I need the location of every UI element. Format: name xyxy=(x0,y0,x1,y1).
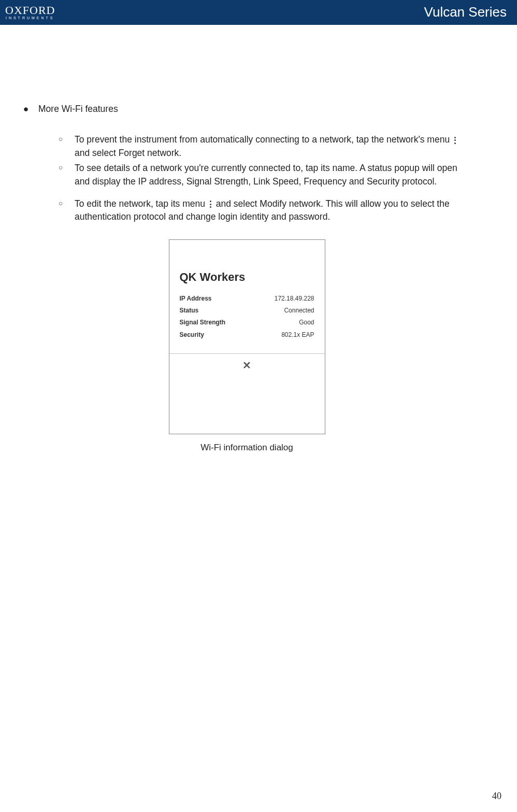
popup-row: Security 802.1x EAP xyxy=(180,329,314,341)
subbullet-marker: ○ xyxy=(57,197,64,224)
popup-details: IP Address 172.18.49.228 Status Connecte… xyxy=(169,293,325,354)
logo-box: OXFORD INSTRUMENTS xyxy=(3,2,57,23)
subbullet-item: ○ To edit the network, tap its menu and … xyxy=(21,197,473,224)
popup-value: Good xyxy=(299,318,314,327)
close-icon[interactable]: ✕ xyxy=(242,360,251,371)
figure-caption: Wi-Fi information dialog xyxy=(200,441,293,454)
vertical-dots-menu-icon xyxy=(210,200,211,209)
popup-padding xyxy=(169,240,325,269)
subbullet-item: ○ To see details of a network you're cur… xyxy=(21,162,473,188)
popup-row: Status Connected xyxy=(180,305,314,317)
logo-text-top: OXFORD xyxy=(5,5,55,16)
text-segment: and select Forget network. xyxy=(75,148,181,158)
page-number: 40 xyxy=(492,791,501,802)
logo: OXFORD INSTRUMENTS xyxy=(0,0,60,25)
popup-value: Connected xyxy=(284,306,314,315)
popup-value: 802.1x EAP xyxy=(281,331,314,339)
popup-label: Status xyxy=(180,306,199,315)
wifi-status-popup: QK Workers IP Address 172.18.49.228 Stat… xyxy=(169,239,325,434)
popup-row: IP Address 172.18.49.228 xyxy=(180,293,314,305)
page-body: ● More Wi-Fi features ○ To prevent the i… xyxy=(0,25,517,454)
subbullet-text: To prevent the instrument from automatic… xyxy=(75,133,473,160)
bullet-item: ● More Wi-Fi features xyxy=(21,103,473,116)
popup-label: Signal Strength xyxy=(180,318,226,327)
popup-value: 172.18.49.228 xyxy=(275,294,314,303)
logo-text-bottom: INSTRUMENTS xyxy=(6,16,55,20)
figure: QK Workers IP Address 172.18.49.228 Stat… xyxy=(21,239,473,454)
popup-close-row: ✕ xyxy=(169,354,325,377)
popup-label: IP Address xyxy=(180,294,212,303)
page-header: OXFORD INSTRUMENTS Vulcan Series xyxy=(0,0,517,25)
bullet-marker: ● xyxy=(23,103,29,116)
popup-title: QK Workers xyxy=(169,269,325,293)
subbullet-marker: ○ xyxy=(57,133,64,160)
text-segment: To edit the network, tap its menu xyxy=(75,198,205,209)
popup-row: Signal Strength Good xyxy=(180,317,314,329)
header-title: Vulcan Series xyxy=(424,0,517,25)
subbullet-text: To see details of a network you're curre… xyxy=(75,162,473,188)
subbullet-item: ○ To prevent the instrument from automat… xyxy=(21,133,473,160)
popup-padding xyxy=(169,377,325,434)
popup-label: Security xyxy=(180,331,204,339)
subbullet-marker: ○ xyxy=(57,162,64,188)
vertical-dots-menu-icon xyxy=(454,136,456,145)
subbullet-text: To edit the network, tap its menu and se… xyxy=(75,197,473,224)
bullet-text: More Wi-Fi features xyxy=(38,103,118,116)
text-segment: To prevent the instrument from automatic… xyxy=(75,134,450,145)
